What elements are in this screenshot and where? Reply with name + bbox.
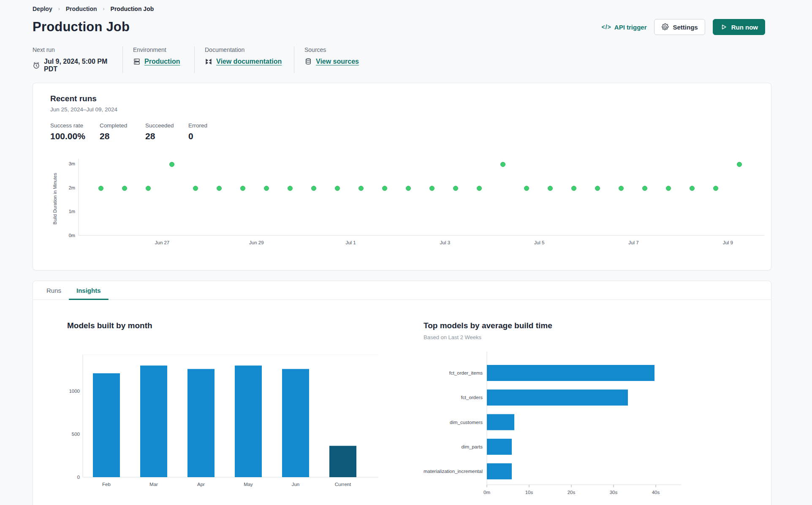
run-duration-point[interactable]: [241, 186, 245, 191]
run-duration-point[interactable]: [572, 186, 576, 191]
breadcrumb-production[interactable]: Production: [66, 5, 97, 12]
alarm-clock-icon: [33, 62, 40, 69]
run-now-button[interactable]: Run now: [713, 19, 765, 35]
run-duration-point[interactable]: [170, 162, 174, 167]
next-run-value: Jul 9, 2024, 5:00 PM PDT: [44, 58, 112, 73]
next-run-section: Next run Jul 9, 2024, 5:00 PM PDT: [33, 46, 123, 73]
run-duration-point[interactable]: [690, 186, 695, 191]
documentation-label: Documentation: [205, 46, 284, 53]
environment-link[interactable]: Production: [144, 58, 180, 65]
month-bar-feb[interactable]: [93, 373, 120, 477]
model-bar-fct_order_items[interactable]: [487, 365, 654, 381]
run-duration-point[interactable]: [737, 162, 742, 167]
run-duration-point[interactable]: [335, 186, 340, 191]
hbar-category-label: fct_orders: [461, 395, 483, 400]
run-duration-point[interactable]: [217, 186, 222, 191]
month-bar-jun[interactable]: [282, 369, 309, 477]
stat-label: Errored: [188, 122, 231, 129]
run-duration-point[interactable]: [99, 186, 103, 191]
model-bar-materialization_incremental[interactable]: [487, 463, 512, 479]
top-models-subtitle: Based on Last 2 Weeks: [424, 334, 719, 340]
hbar-category-label: dim_parts: [462, 444, 483, 449]
month-bar-may[interactable]: [235, 365, 262, 477]
run-duration-point[interactable]: [666, 186, 671, 191]
chevron-right-icon: ›: [58, 6, 60, 12]
environment-section: Environment Production: [133, 46, 195, 73]
play-icon: [720, 23, 728, 31]
documentation-section: Documentation View documentation: [205, 46, 294, 73]
scatter-x-tick-label: Jul 5: [534, 240, 544, 245]
stat-label: Succeeded: [145, 122, 188, 129]
recent-runs-title: Recent runs: [50, 94, 771, 103]
run-now-label: Run now: [731, 24, 758, 31]
api-trigger-link[interactable]: </> API trigger: [602, 24, 647, 31]
recent-runs-date-range: Jun 25, 2024–Jul 09, 2024: [50, 106, 771, 113]
code-icon: </>: [602, 24, 611, 30]
run-duration-point[interactable]: [643, 186, 647, 191]
run-duration-point[interactable]: [477, 186, 482, 191]
hbar-x-tick-label: 30s: [610, 490, 618, 495]
scatter-x-tick-label: Jul 7: [628, 240, 638, 245]
stat-value: 28: [145, 131, 188, 141]
run-duration-point[interactable]: [406, 186, 411, 191]
scatter-y-tick-label: 0m: [69, 233, 75, 238]
run-duration-point[interactable]: [595, 186, 600, 191]
run-duration-point[interactable]: [122, 186, 127, 191]
run-duration-point[interactable]: [146, 186, 151, 191]
bar-x-category-label: Apr: [197, 482, 205, 487]
job-detail-card: Runs Insights Models built by month 0500…: [33, 281, 771, 505]
stat-label: Success rate: [50, 122, 100, 129]
run-duration-point[interactable]: [714, 186, 718, 191]
run-duration-point[interactable]: [548, 186, 553, 191]
month-bar-mar[interactable]: [140, 365, 167, 477]
models-built-by-month-svg: 05001000FebMarAprMayJunCurrent: [64, 351, 393, 493]
bar-x-category-label: Mar: [149, 482, 158, 487]
scatter-x-tick-label: Jun 27: [155, 240, 170, 245]
hbar-category-label: materialization_incremental: [424, 469, 483, 474]
bar-y-tick-label: 0: [77, 475, 80, 480]
scatter-x-tick-label: Jul 1: [345, 240, 356, 245]
tab-runs[interactable]: Runs: [39, 281, 69, 300]
run-duration-point[interactable]: [264, 186, 269, 191]
model-bar-dim_customers[interactable]: [487, 414, 514, 430]
tab-bar: Runs Insights: [33, 281, 771, 300]
run-duration-point[interactable]: [193, 186, 198, 191]
run-duration-point[interactable]: [312, 186, 316, 191]
run-duration-point[interactable]: [619, 186, 624, 191]
settings-label: Settings: [673, 24, 698, 31]
run-duration-point[interactable]: [524, 186, 529, 191]
model-bar-fct_orders[interactable]: [487, 389, 628, 405]
run-duration-point[interactable]: [454, 186, 458, 191]
month-bar-apr[interactable]: [187, 369, 215, 477]
scatter-x-tick-label: Jul 3: [440, 240, 450, 245]
environment-label: Environment: [133, 46, 184, 53]
build-duration-chart: 0m1m2m3mBuild Duration in MinutesJun 27J…: [50, 155, 771, 249]
run-duration-point[interactable]: [383, 186, 387, 191]
stat-label: Completed: [100, 122, 145, 129]
view-sources-link[interactable]: View sources: [316, 58, 359, 65]
top-models-title: Top models by average build time: [424, 321, 719, 330]
stat-succeeded: Succeeded28: [145, 122, 188, 141]
gear-icon: [661, 23, 669, 31]
top-models-svg: 0m10s20s30s40sfct_order_itemsfct_ordersd…: [406, 348, 684, 496]
model-bar-dim_parts[interactable]: [487, 439, 512, 455]
stat-value: 28: [100, 131, 145, 141]
models-built-by-month-title: Models built by month: [67, 321, 393, 330]
run-duration-point[interactable]: [501, 162, 505, 167]
run-duration-point[interactable]: [359, 186, 364, 191]
bar-x-category-label: Jun: [292, 482, 300, 487]
breadcrumb-deploy[interactable]: Deploy: [33, 5, 52, 12]
tab-insights[interactable]: Insights: [69, 281, 109, 300]
page-content: Deploy › Production › Production Job Pro…: [33, 0, 771, 505]
scatter-y-tick-label: 1m: [69, 209, 75, 214]
api-trigger-label: API trigger: [614, 24, 647, 31]
bar-y-tick-label: 500: [72, 432, 80, 437]
month-bar-current[interactable]: [329, 446, 356, 477]
settings-button[interactable]: Settings: [654, 19, 705, 35]
page-header: Production Job </> API trigger Settings …: [33, 19, 771, 35]
run-duration-point[interactable]: [430, 186, 435, 191]
run-duration-point[interactable]: [288, 186, 293, 191]
view-documentation-link[interactable]: View documentation: [216, 58, 282, 65]
sources-label: Sources: [304, 46, 359, 53]
models-built-by-month-block: Models built by month 05001000FebMarAprM…: [67, 300, 393, 496]
